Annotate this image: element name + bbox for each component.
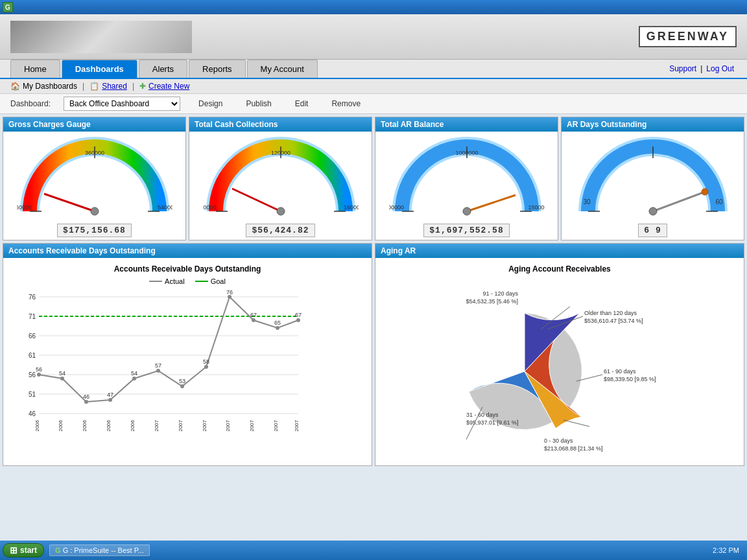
tab-reports[interactable]: Reports xyxy=(189,60,246,78)
svg-text:March 2007: March 2007 xyxy=(202,419,208,433)
shared-icon: 📋 xyxy=(89,82,99,91)
ar-days-legend: Actual Goal xyxy=(10,277,365,285)
aging-ar-panel: Aging AR Aging Account Receivables xyxy=(375,243,744,466)
ar-days-title: AR Days Outstanding xyxy=(562,117,744,132)
svg-text:May 2007: May 2007 xyxy=(249,419,255,433)
header: GREENWAY xyxy=(0,14,747,60)
svg-text:August 2006: August 2006 xyxy=(34,419,40,433)
svg-text:360000: 360000 xyxy=(84,150,104,156)
gross-charges-title: Gross Charges Gauge xyxy=(3,117,185,132)
taskbar-app-label: G : PrimeSuite -- Best P... xyxy=(63,546,144,554)
total-cash-body: 60000 160000 120000 $56,424.82 xyxy=(189,132,372,240)
svg-text:56: 56 xyxy=(29,371,36,379)
svg-text:June 2007: June 2007 xyxy=(273,419,279,433)
svg-text:October 2006: October 2006 xyxy=(82,419,88,433)
ar-days-chart-body: Accounts Receivable Days Outstanding Act… xyxy=(3,258,372,465)
svg-line-96 xyxy=(563,420,589,426)
window-titlebar: G xyxy=(0,0,747,14)
svg-text:66: 66 xyxy=(29,332,36,340)
svg-point-55 xyxy=(132,377,136,380)
svg-point-17 xyxy=(277,207,285,215)
svg-text:61 - 90 days: 61 - 90 days xyxy=(604,368,636,375)
tab-myaccount[interactable]: My Account xyxy=(247,60,318,78)
svg-point-34 xyxy=(702,189,708,195)
ar-days-value: 6 9 xyxy=(638,224,667,237)
link-separator: | xyxy=(700,64,702,73)
line-chart-svg: 76 71 66 61 56 51 46 xyxy=(10,290,302,433)
svg-text:December 2006: December 2006 xyxy=(130,419,136,433)
svg-point-58 xyxy=(204,365,208,369)
tab-alerts[interactable]: Alerts xyxy=(139,60,187,78)
taskbar: ⊞ start G G : PrimeSuite -- Best P... 2:… xyxy=(0,541,747,560)
create-new-link[interactable]: Create New xyxy=(148,82,189,91)
taskbar-clock: 2:32 PM xyxy=(713,546,744,554)
dashboard-select[interactable]: Back Office Dashboard xyxy=(64,97,180,111)
subnav-sep1: | xyxy=(82,82,84,91)
svg-text:58: 58 xyxy=(203,358,209,365)
dashboard-bar: Dashboard: Back Office Dashboard Design … xyxy=(0,94,747,114)
subnav-sep2: | xyxy=(132,82,134,91)
ar-days-chart-panel: Accounts Receivable Days Outstanding Acc… xyxy=(3,243,372,466)
ar-days-body: 30 60 6 9 xyxy=(562,132,744,240)
svg-text:76: 76 xyxy=(226,290,233,296)
total-ar-gauge-svg: 500000 1500000 1000000 xyxy=(389,137,545,221)
app-icon: G xyxy=(3,2,13,12)
svg-point-8 xyxy=(91,207,99,215)
svg-text:$213,068.88  [21.34 %]: $213,068.88 [21.34 %] xyxy=(544,445,603,452)
nav-tabs: Home Dashboards Alerts Reports My Accoun… xyxy=(0,60,747,79)
svg-text:65: 65 xyxy=(274,320,281,326)
header-left xyxy=(10,21,205,53)
action-publish[interactable]: Publish xyxy=(241,98,276,110)
logout-link[interactable]: Log Out xyxy=(706,64,734,73)
aging-ar-header: Aging AR xyxy=(375,244,744,258)
svg-text:54: 54 xyxy=(59,370,65,377)
svg-text:540000: 540000 xyxy=(157,204,172,211)
support-link[interactable]: Support xyxy=(669,64,696,73)
svg-point-26 xyxy=(463,207,471,215)
create-new-icon: ✚ xyxy=(139,82,146,91)
svg-text:120000: 120000 xyxy=(270,150,290,156)
svg-point-62 xyxy=(296,318,300,322)
svg-text:71: 71 xyxy=(29,313,36,320)
app-container: GREENWAY Home Dashboards Alerts Reports … xyxy=(0,14,747,541)
tab-dashboards[interactable]: Dashboards xyxy=(62,60,137,78)
svg-text:1500000: 1500000 xyxy=(528,204,545,211)
svg-text:160000: 160000 xyxy=(17,204,32,211)
svg-text:160000: 160000 xyxy=(343,204,358,211)
start-label: start xyxy=(20,546,37,555)
legend-goal-line xyxy=(195,281,208,282)
my-dashboards-label: My Dashboards xyxy=(23,82,77,91)
svg-text:51: 51 xyxy=(29,391,36,398)
dashboard-label: Dashboard: xyxy=(10,99,51,108)
action-edit[interactable]: Edit xyxy=(290,98,314,110)
svg-text:57: 57 xyxy=(155,362,161,369)
svg-point-61 xyxy=(276,326,279,330)
svg-point-57 xyxy=(180,384,184,388)
total-cash-gauge-svg: 60000 160000 120000 xyxy=(203,137,359,221)
ar-days-panel: AR Days Outstanding 30 60 xyxy=(561,117,744,240)
svg-text:53: 53 xyxy=(179,378,185,384)
svg-point-54 xyxy=(108,398,112,402)
svg-text:60: 60 xyxy=(715,198,723,205)
gross-charges-gauge-svg: 160000 540000 360000 xyxy=(17,137,172,221)
total-cash-panel: Total Cash Collections xyxy=(189,117,372,240)
start-button[interactable]: ⊞ start xyxy=(3,543,44,557)
ar-days-chart-title: Accounts Receivable Days Outstanding xyxy=(10,264,365,274)
action-remove[interactable]: Remove xyxy=(326,98,366,110)
svg-text:60000: 60000 xyxy=(203,204,217,211)
aging-ar-chart-title: Aging Account Receivables xyxy=(382,264,737,274)
tab-home[interactable]: Home xyxy=(10,60,60,78)
ar-days-gauge-svg: 30 60 xyxy=(575,137,731,221)
svg-text:July 2007: July 2007 xyxy=(294,419,300,433)
chart-row: Accounts Receivable Days Outstanding Acc… xyxy=(3,243,744,466)
svg-text:91 - 120 days: 91 - 120 days xyxy=(482,290,518,297)
svg-text:$536,610.47  [53.74 %]: $536,610.47 [53.74 %] xyxy=(584,318,643,324)
time-display: 2:32 PM xyxy=(713,546,739,554)
shared-link[interactable]: Shared xyxy=(102,82,127,91)
svg-text:61: 61 xyxy=(29,352,36,359)
taskbar-app-item[interactable]: G G : PrimeSuite -- Best P... xyxy=(49,544,150,556)
total-cash-title: Total Cash Collections xyxy=(189,117,372,132)
svg-text:31 - 60 days: 31 - 60 days xyxy=(466,412,499,418)
action-design[interactable]: Design xyxy=(193,98,228,110)
ar-days-chart-header: Accounts Receivable Days Outstanding xyxy=(3,244,372,258)
